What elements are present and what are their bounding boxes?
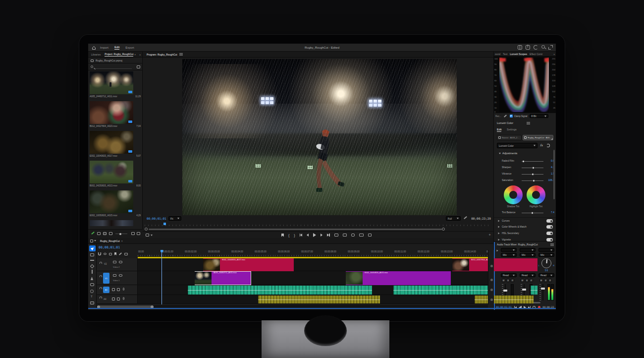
timeline-clip-selected[interactable]: A005_24460712_A011.mov	[195, 271, 251, 285]
track-v1-lane[interactable]: A005_24460712_A011.mov E002_10050820_A01…	[138, 271, 488, 285]
shadow-tint-wheel[interactable]	[504, 185, 523, 204]
adjustments-section-header[interactable]: Adjustments	[499, 152, 517, 155]
slider-track[interactable]	[522, 180, 543, 181]
zoom-slider-handle[interactable]	[119, 233, 121, 235]
toggle-track-output-icon[interactable]	[119, 274, 122, 277]
clamp-signal-checkbox[interactable]	[510, 115, 513, 118]
source-clip-chip[interactable]: Source · A005_2...	[497, 135, 522, 140]
program-scrubber[interactable]	[145, 223, 491, 226]
program-scrollbar[interactable]	[145, 228, 491, 231]
slider-track[interactable]	[522, 168, 543, 168]
track-header-a4[interactable]: A4	[97, 295, 138, 304]
clip-list-item[interactable]: A005_24460712_A011.mov 11;29	[88, 71, 143, 101]
program-timecode[interactable]: 00;00;01;01	[147, 217, 166, 220]
playback-resolution-dropdown[interactable]: Full	[446, 216, 461, 221]
input-dropdown[interactable]	[538, 248, 554, 252]
source-monitor-icon[interactable]	[113, 261, 116, 263]
zoom-slider[interactable]	[115, 234, 127, 234]
export-frame-icon[interactable]	[351, 234, 355, 237]
curves-toggle[interactable]	[546, 219, 553, 223]
tab-project[interactable]: Project: Rugby_RoughCut	[105, 53, 133, 57]
track-header-v1[interactable]: V1 Video 1	[97, 271, 138, 285]
linked-selection-icon[interactable]	[104, 253, 107, 255]
clip-list-item[interactable]: B012_04327804_A023.mov 7;04	[88, 101, 143, 131]
track-a1-lane[interactable]	[138, 285, 488, 295]
record-arm-button[interactable]: R	[548, 279, 552, 282]
search-input[interactable]	[95, 68, 132, 69]
list-view-icon[interactable]	[97, 232, 101, 235]
panel-menu-icon[interactable]	[550, 243, 554, 246]
solo-button[interactable]: S	[525, 279, 529, 282]
slider-track[interactable]	[522, 161, 543, 162]
track-badge[interactable]: V2	[104, 263, 107, 265]
nest-icon[interactable]	[109, 253, 112, 255]
timeline-clip[interactable]: E002_10050820_A015.mov	[346, 271, 451, 285]
track-a4-lane[interactable]	[138, 295, 488, 304]
add-button-icon[interactable]: +	[488, 233, 491, 237]
waveform-scope[interactable]: 100 90 80 70 60 50 40 30 20 10 0 255 230…	[494, 57, 556, 113]
selection-tool[interactable]	[89, 245, 96, 251]
mark-in-icon[interactable]: {	[288, 234, 289, 237]
mixer-expand-icon[interactable]	[497, 250, 498, 252]
icon-view-icon[interactable]	[103, 232, 107, 235]
tab-text[interactable]: Text	[503, 53, 507, 56]
highlight-tint-wheel[interactable]	[527, 185, 545, 204]
freeform-view-icon[interactable]	[109, 232, 112, 235]
ripple-edit-tool[interactable]	[90, 260, 94, 261]
audio-clip[interactable]	[188, 286, 372, 295]
tab-sound[interactable]: ound	[495, 53, 500, 56]
go-to-in-icon[interactable]	[300, 234, 303, 237]
solo-button[interactable]: S	[544, 279, 547, 282]
button-editor-icon[interactable]	[368, 234, 372, 237]
hsl-secondary-toggle[interactable]	[546, 232, 553, 235]
tab-lumetri-scopes[interactable]: Lumetri Scopes	[510, 53, 527, 56]
mute-icon[interactable]	[112, 298, 115, 300]
reset-effect-icon[interactable]	[546, 144, 550, 147]
output-dropdown[interactable]: Mix	[501, 253, 517, 257]
panel-menu-icon[interactable]	[179, 53, 183, 56]
type-tool[interactable]: T	[91, 295, 93, 298]
track-header-v2[interactable]: V2 Video 2	[97, 258, 138, 271]
tab-sequence-close[interactable]: ×	[121, 239, 123, 242]
audio-clip[interactable]	[475, 296, 534, 303]
sync-icon[interactable]	[534, 45, 538, 50]
audio-clip[interactable]	[258, 296, 380, 303]
mute-button[interactable]: M	[521, 279, 524, 282]
input-dropdown[interactable]	[501, 248, 517, 252]
timeline-vertical-scrollbar[interactable]	[488, 250, 494, 304]
section-hsl-secondary[interactable]: HSL Secondary	[494, 230, 556, 237]
program-video[interactable]	[182, 59, 457, 215]
toggle-track-output-icon[interactable]	[119, 261, 122, 263]
slider-thumb[interactable]	[532, 173, 534, 176]
program-playhead[interactable]	[163, 223, 166, 225]
zoom-level-dropdown[interactable]: Fit	[168, 216, 181, 221]
hand-tool[interactable]	[90, 283, 94, 286]
timeline-clip[interactable]: B012_04327804_A023.mov	[452, 258, 488, 271]
pan-value[interactable]: 3.6	[538, 269, 555, 272]
object-selection-tool[interactable]	[90, 301, 94, 304]
snap-icon[interactable]	[98, 252, 101, 255]
scope-preset-label[interactable]: Rec...	[495, 115, 501, 118]
poster-frame-icon[interactable]	[146, 234, 149, 237]
comparison-view-icon[interactable]	[359, 234, 364, 237]
clip-thumbnail-partial[interactable]	[90, 220, 133, 226]
slider-thumb[interactable]	[533, 179, 535, 182]
scroll-handle-left[interactable]	[145, 228, 148, 231]
fader-handle[interactable]	[541, 288, 545, 290]
fullscreen-icon[interactable]	[548, 45, 553, 50]
mark-out-icon[interactable]: }	[294, 234, 295, 237]
vignette-toggle[interactable]	[546, 238, 553, 241]
add-marker-icon[interactable]	[281, 234, 284, 237]
tab-sequence[interactable]: Rugby_RoughCut	[100, 239, 120, 242]
clip-list-item[interactable]: B002_04250820_A013.mov 8;00	[88, 161, 143, 190]
fader-handle[interactable]	[503, 290, 507, 292]
extract-icon[interactable]	[343, 234, 347, 237]
sequence-icon[interactable]	[90, 239, 93, 242]
poster-frame-chevron[interactable]	[151, 235, 153, 236]
razor-tool[interactable]	[90, 264, 94, 268]
solo-button[interactable]: S	[506, 279, 510, 282]
automation-dropdown[interactable]: Read	[538, 273, 554, 277]
target-clip-chip[interactable]: Rugby_RoughCut · A00...	[523, 135, 553, 140]
slider-thumb[interactable]	[531, 212, 534, 214]
timeline-wrench-icon[interactable]	[119, 252, 122, 255]
